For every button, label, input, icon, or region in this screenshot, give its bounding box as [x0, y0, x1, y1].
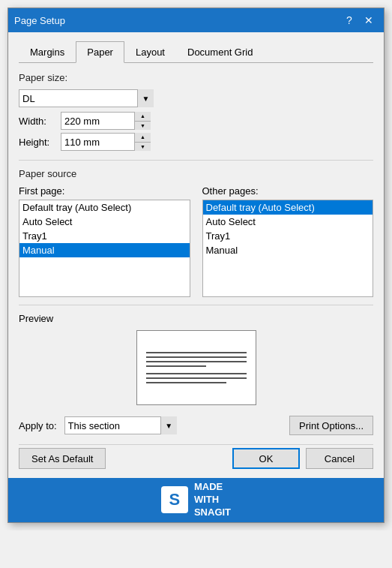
list-item[interactable]: Tray1	[19, 229, 190, 243]
tab-bar: Margins Paper Layout Document Grid	[19, 41, 373, 63]
print-options-button[interactable]: Print Options...	[289, 416, 373, 435]
watermark-text: MADE WITH SNAGIT	[194, 481, 231, 519]
dialog-content: Margins Paper Layout Document Grid Paper…	[8, 32, 384, 478]
list-item[interactable]: Auto Select	[19, 215, 190, 229]
other-pages-listbox[interactable]: Default tray (Auto Select) Auto Select T…	[202, 200, 374, 297]
source-columns: First page: Default tray (Auto Select) A…	[19, 185, 373, 297]
divider-2	[19, 305, 373, 305]
dialog-title: Page Setup	[14, 15, 65, 26]
watermark-line2: WITH	[194, 494, 231, 506]
snagit-logo: S	[161, 486, 188, 513]
close-button[interactable]: ✕	[360, 13, 378, 28]
apply-to-label: Apply to:	[19, 420, 57, 431]
paper-size-select-wrapper: DL A4 A5 Letter Legal ▼	[19, 89, 154, 107]
height-label: Height:	[19, 137, 56, 148]
paper-size-label: Paper size:	[19, 72, 373, 83]
other-pages-listbox-wrapper: Default tray (Auto Select) Auto Select T…	[202, 200, 374, 297]
list-item[interactable]: Auto Select	[203, 215, 373, 229]
apply-to-select-wrapper: This section Whole document ▼	[64, 416, 177, 434]
preview-line-1	[146, 352, 247, 353]
width-spin-buttons: ▲ ▼	[134, 112, 151, 130]
list-item[interactable]: Default tray (Auto Select)	[19, 200, 190, 215]
page-setup-dialog: Page Setup ? ✕ Margins Paper Layout Docu…	[7, 8, 385, 523]
width-spin-up[interactable]: ▲	[135, 112, 151, 122]
bottom-buttons: Set As Default OK Cancel	[19, 444, 373, 469]
height-spin-down[interactable]: ▼	[135, 143, 151, 152]
paper-size-row: DL A4 A5 Letter Legal ▼	[19, 89, 373, 107]
first-page-listbox[interactable]: Default tray (Auto Select) Auto Select T…	[19, 200, 190, 297]
height-row: Height: ▲ ▼	[19, 133, 373, 151]
width-row: Width: ▲ ▼	[19, 112, 373, 130]
apply-to-row: Apply to: This section Whole document ▼ …	[19, 416, 373, 435]
list-item[interactable]: Manual	[19, 243, 190, 257]
preview-line-6	[146, 377, 247, 379]
list-item[interactable]: Manual	[203, 243, 373, 257]
height-spin-up[interactable]: ▲	[135, 133, 151, 143]
paper-source-label: Paper source	[19, 168, 373, 179]
width-label: Width:	[19, 116, 56, 127]
preview-section: Preview	[19, 313, 373, 405]
list-item[interactable]: Default tray (Auto Select)	[203, 200, 373, 215]
tab-margins[interactable]: Margins	[19, 41, 76, 63]
apply-to-select[interactable]: This section Whole document	[64, 416, 177, 434]
ok-button[interactable]: OK	[232, 448, 300, 469]
paper-size-group: Paper size: DL A4 A5 Letter Legal ▼ Widt…	[19, 72, 373, 151]
preview-box	[136, 330, 256, 405]
help-button[interactable]: ?	[340, 13, 358, 28]
width-spin-down[interactable]: ▼	[135, 122, 151, 131]
titlebar-buttons: ? ✕	[340, 13, 378, 28]
list-item[interactable]: Tray1	[203, 229, 373, 243]
preview-label: Preview	[19, 313, 373, 324]
height-spin-wrapper: ▲ ▼	[61, 133, 151, 151]
tab-paper[interactable]: Paper	[76, 41, 124, 63]
first-page-col: First page: Default tray (Auto Select) A…	[19, 185, 190, 297]
right-buttons: OK Cancel	[232, 448, 373, 469]
titlebar: Page Setup ? ✕	[8, 8, 384, 32]
preview-line-7	[146, 382, 226, 383]
preview-line-3	[146, 361, 247, 362]
paper-source-section: Paper source First page: Default tray (A…	[19, 168, 373, 297]
divider-1	[19, 160, 373, 161]
paper-size-select[interactable]: DL A4 A5 Letter Legal	[19, 89, 154, 107]
watermark-bar: S MADE WITH SNAGIT	[8, 478, 384, 522]
first-page-listbox-wrapper: Default tray (Auto Select) Auto Select T…	[19, 200, 190, 297]
tab-document-grid[interactable]: Document Grid	[176, 41, 264, 63]
watermark-line1: MADE	[194, 481, 231, 494]
first-page-label: First page:	[19, 185, 190, 197]
tab-layout[interactable]: Layout	[124, 41, 176, 63]
preview-line-4	[146, 365, 206, 367]
cancel-button[interactable]: Cancel	[306, 448, 373, 469]
other-pages-col: Other pages: Default tray (Auto Select) …	[202, 185, 374, 297]
preview-line-5	[146, 373, 247, 374]
width-spin-wrapper: ▲ ▼	[61, 112, 151, 130]
preview-line-2	[146, 356, 247, 358]
watermark-line3: SNAGIT	[194, 506, 231, 519]
other-pages-label: Other pages:	[202, 185, 374, 197]
height-spin-buttons: ▲ ▼	[134, 133, 151, 151]
set-as-default-button[interactable]: Set As Default	[19, 448, 106, 469]
